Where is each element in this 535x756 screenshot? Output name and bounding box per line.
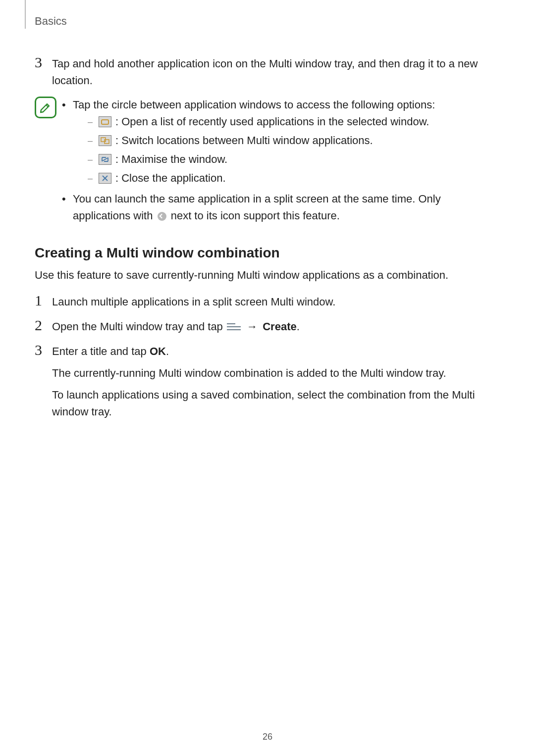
create-label: Create bbox=[263, 320, 296, 333]
option-body: : Switch locations between Multi window … bbox=[99, 132, 500, 149]
ok-label: OK bbox=[150, 345, 166, 357]
step-text: Tap and hold another application icon on… bbox=[52, 54, 500, 89]
step-2: 2 Open the Multi window tray and tap → C… bbox=[35, 317, 500, 335]
option-max-text: : Maximise the window. bbox=[115, 151, 227, 168]
step-3: 3 Enter a title and tap OK. The currentl… bbox=[35, 342, 500, 420]
option-close: – : Close the application. bbox=[73, 170, 500, 187]
note-body: • Tap the circle between application win… bbox=[62, 97, 500, 226]
arrow-icon: → bbox=[247, 320, 258, 333]
manual-page: Basics 3 Tap and hold another applicatio… bbox=[0, 0, 535, 756]
option-switch-text: : Switch locations between Multi window … bbox=[115, 132, 373, 149]
dash-icon: – bbox=[88, 132, 99, 149]
step3-para2: The currently-running Multi window combi… bbox=[52, 365, 500, 382]
dash-icon: – bbox=[88, 113, 99, 130]
bullet-icon: • bbox=[62, 97, 73, 189]
option-maximise: – : Maximise the window. bbox=[73, 151, 500, 168]
option-recent-text: : Open a list of recently used applicati… bbox=[115, 113, 429, 130]
dash-icon: – bbox=[88, 170, 99, 187]
page-number: 26 bbox=[0, 732, 535, 742]
step-text: Enter a title and tap OK. The currently-… bbox=[52, 342, 500, 420]
recent-apps-icon bbox=[99, 116, 111, 127]
step-text: Launch multiple applications in a split … bbox=[52, 293, 500, 310]
subsection-heading: Creating a Multi window combination bbox=[35, 245, 500, 261]
note-icon-wrap bbox=[35, 97, 62, 226]
multi-support-badge-icon bbox=[158, 212, 166, 221]
note-bullet-1: • Tap the circle between application win… bbox=[62, 97, 500, 189]
step-text: Open the Multi window tray and tap → Cre… bbox=[52, 317, 500, 335]
step3-line1-after: . bbox=[166, 345, 169, 357]
option-recent-apps: – : Open a list of recently used applica… bbox=[73, 113, 500, 130]
step-1: 1 Launch multiple applications in a spli… bbox=[35, 293, 500, 310]
bullet-text: Tap the circle between application windo… bbox=[73, 97, 500, 189]
note-pencil-icon bbox=[35, 97, 56, 118]
step-number: 3 bbox=[35, 342, 52, 420]
step-number: 1 bbox=[35, 293, 52, 310]
step-number: 2 bbox=[35, 317, 52, 335]
step2-before: Open the Multi window tray and tap bbox=[52, 320, 226, 333]
header-divider bbox=[25, 0, 26, 29]
maximise-icon bbox=[99, 154, 111, 165]
note-bullet-2-after: next to its icon support this feature. bbox=[168, 209, 340, 222]
option-body: : Open a list of recently used applicati… bbox=[99, 113, 500, 130]
step2-after: . bbox=[297, 320, 300, 333]
bullet-icon: • bbox=[62, 191, 73, 224]
note-bullet-2: • You can launch the same application in… bbox=[62, 191, 500, 224]
close-icon bbox=[99, 173, 111, 184]
dash-icon: – bbox=[88, 151, 99, 168]
svg-rect-1 bbox=[102, 120, 108, 124]
subsection-intro: Use this feature to save currently-runni… bbox=[35, 267, 500, 284]
note-block: • Tap the circle between application win… bbox=[35, 97, 500, 226]
bullet-text: You can launch the same application in a… bbox=[73, 191, 500, 224]
note-bullet-1-text: Tap the circle between application windo… bbox=[73, 99, 435, 111]
section-header: Basics bbox=[35, 15, 67, 28]
option-body: : Close the application. bbox=[99, 170, 500, 187]
step3-para3: To launch applications using a saved com… bbox=[52, 387, 500, 420]
switch-windows-icon bbox=[99, 135, 111, 146]
step3-line1-before: Enter a title and tap bbox=[52, 345, 150, 357]
page-content: 3 Tap and hold another application icon … bbox=[35, 15, 500, 420]
step-3-top: 3 Tap and hold another application icon … bbox=[35, 54, 500, 89]
step-number: 3 bbox=[35, 54, 52, 89]
option-body: : Maximise the window. bbox=[99, 151, 500, 168]
menu-more-icon bbox=[227, 323, 241, 331]
option-close-text: : Close the application. bbox=[115, 170, 226, 187]
option-switch: – : Switch locations between Multi windo… bbox=[73, 132, 500, 149]
